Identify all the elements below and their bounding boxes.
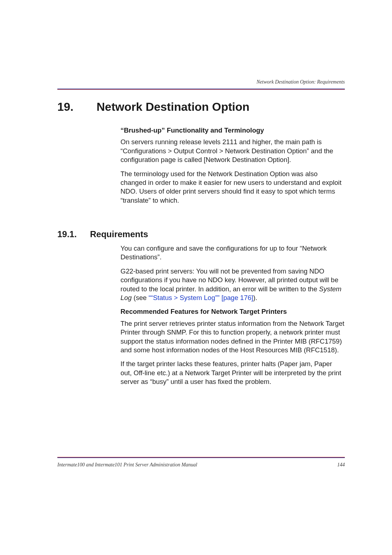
intro-para-2: The terminology used for the Network Des… bbox=[121, 170, 345, 205]
chapter-heading: 19.Network Destination Option bbox=[57, 100, 249, 114]
top-rule bbox=[57, 89, 345, 90]
intro-block: “Brushed-up” Functionality and Terminolo… bbox=[121, 126, 345, 210]
section-body: You can configure and save the configura… bbox=[121, 244, 345, 392]
section-heading: 19.1.Requirements bbox=[57, 229, 148, 239]
intro-para-1: On servers running release levels 2111 a… bbox=[121, 138, 345, 164]
bottom-rule bbox=[57, 457, 345, 458]
chapter-number: 19. bbox=[57, 100, 97, 114]
para2-end: ). bbox=[253, 294, 257, 301]
intro-subhead: “Brushed-up” Functionality and Terminolo… bbox=[121, 126, 345, 135]
para2-mid: (see bbox=[132, 294, 148, 301]
section-title: Requirements bbox=[90, 229, 148, 239]
section-para-1: You can configure and save the configura… bbox=[121, 244, 345, 262]
chapter-title: Network Destination Option bbox=[97, 100, 249, 113]
footer-page-number: 144 bbox=[337, 462, 345, 468]
section-number: 19.1. bbox=[57, 229, 90, 239]
footer-left: Intermate100 and Intermate101 Print Serv… bbox=[57, 462, 197, 468]
system-log-link[interactable]: ““Status > System Log”” [page 176] bbox=[148, 294, 253, 301]
section-para-3: The print server retrieves printer statu… bbox=[121, 319, 345, 355]
running-header: Network Destination Option: Requirements bbox=[257, 79, 345, 85]
para2-pre: G22-based print servers: You will not be… bbox=[121, 267, 338, 293]
section-para-2: G22-based print servers: You will not be… bbox=[121, 267, 345, 303]
section-para-4: If the target printer lacks these featur… bbox=[121, 360, 345, 386]
section-subhead-2: Recommended Features for Network Target … bbox=[121, 307, 345, 316]
